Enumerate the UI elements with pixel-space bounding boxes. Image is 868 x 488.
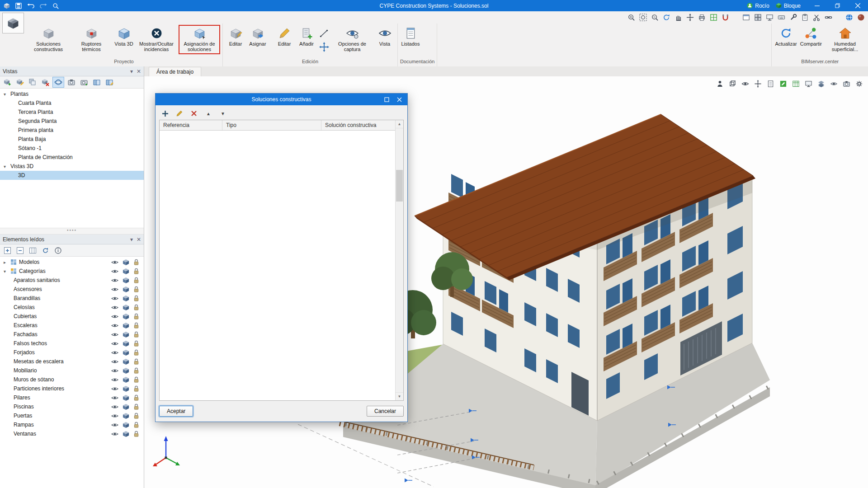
visibility-icon[interactable] — [829, 79, 838, 88]
solid-cube-icon[interactable] — [123, 277, 129, 284]
sheet-icon[interactable] — [766, 79, 775, 88]
pan-icon[interactable] — [674, 13, 683, 22]
lock-icon[interactable] — [133, 404, 139, 410]
listados-button[interactable]: Listados — [400, 25, 421, 48]
close-panel-icon[interactable]: ✕ — [137, 68, 141, 75]
info-icon[interactable] — [52, 245, 63, 255]
solid-cube-icon[interactable] — [123, 313, 129, 320]
category-row[interactable]: Mobiliario — [0, 366, 144, 375]
lock-icon[interactable] — [133, 431, 139, 437]
restore-button[interactable] — [827, 0, 848, 11]
opciones-de-captura-button[interactable]: Opciones de captura — [331, 25, 373, 54]
solid-cube-icon[interactable] — [123, 349, 129, 356]
views-book-edit-icon[interactable] — [104, 77, 115, 87]
tree-group-vistas3d[interactable]: ▾ Vistas 3D — [0, 162, 144, 171]
scissors-icon[interactable] — [812, 13, 821, 22]
save-icon[interactable] — [15, 3, 22, 9]
columns-icon[interactable] — [27, 245, 38, 255]
editar-modelo-button[interactable]: Editar — [225, 25, 246, 48]
solid-cube-icon[interactable] — [123, 413, 129, 419]
category-row[interactable]: Mesetas de escalera — [0, 357, 144, 366]
monitor-icon[interactable] — [765, 13, 774, 22]
solid-cube-icon[interactable] — [123, 268, 129, 275]
measure-line-icon[interactable] — [318, 28, 330, 39]
sync-icon[interactable] — [40, 245, 51, 255]
planta-item[interactable]: Planta Baja — [0, 135, 144, 144]
block-badge[interactable]: Bloque — [776, 3, 801, 9]
lock-icon[interactable] — [133, 349, 139, 356]
tree-group-categorias[interactable]: ▾ Categorías — [0, 267, 144, 276]
visibility-eye-icon[interactable] — [111, 305, 118, 310]
category-row[interactable]: Barandillas — [0, 294, 144, 303]
visibility-eye-icon[interactable] — [111, 269, 118, 274]
capture-view-icon[interactable] — [66, 77, 77, 87]
expand-all-icon[interactable] — [2, 245, 13, 255]
category-row[interactable]: Cubiertas — [0, 312, 144, 321]
lock-icon[interactable] — [133, 385, 139, 392]
column-tipo[interactable]: Tipo — [222, 120, 321, 130]
visibility-eye-icon[interactable] — [111, 386, 118, 391]
planta-item[interactable]: Planta de Cimentación — [0, 153, 144, 162]
category-row[interactable]: Fachadas — [0, 330, 144, 339]
category-row[interactable]: Escaleras — [0, 321, 144, 330]
app-menu-button[interactable] — [2, 13, 24, 33]
visibility-eye-icon[interactable] — [111, 404, 118, 409]
capture-settings-icon[interactable] — [79, 77, 90, 87]
edit-green-icon[interactable] — [778, 79, 788, 88]
solid-cube-icon[interactable] — [123, 304, 129, 311]
category-row[interactable]: Piscinas — [0, 402, 144, 411]
editar-button[interactable]: Editar — [274, 25, 295, 48]
tab-area-de-trabajo[interactable]: Área de trabajo — [149, 67, 201, 76]
category-row[interactable]: Forjados — [0, 348, 144, 357]
dialog-close-button[interactable] — [394, 95, 405, 104]
vista-button[interactable]: Vista — [374, 25, 395, 48]
keyboard-icon[interactable] — [777, 13, 786, 22]
redo-icon[interactable] — [40, 3, 47, 9]
globe-icon[interactable] — [844, 13, 854, 22]
collapse-all-icon[interactable] — [14, 245, 25, 255]
tree-group-plantas[interactable]: ▾ Plantas — [0, 89, 144, 99]
planta-item[interactable]: Segunda Planta — [0, 117, 144, 126]
collapse-panel-icon[interactable]: ▾ — [130, 236, 133, 243]
wire-cube-icon[interactable] — [728, 79, 737, 88]
solid-cube-icon[interactable] — [123, 259, 129, 266]
close-panel-icon[interactable]: ✕ — [137, 236, 141, 243]
visibility-eye-icon[interactable] — [111, 332, 118, 337]
move-up-icon[interactable]: ▲ — [203, 108, 213, 118]
actualizar-button[interactable]: Actualizar — [774, 25, 797, 48]
category-row[interactable]: Celosías — [0, 303, 144, 312]
new-window-icon[interactable] — [741, 13, 750, 22]
dialog-maximize-button[interactable] — [381, 95, 392, 104]
solid-cube-icon[interactable] — [123, 376, 129, 383]
category-row[interactable]: Particiones interiores — [0, 384, 144, 393]
solid-cube-icon[interactable] — [123, 322, 129, 329]
gear-icon[interactable] — [854, 79, 863, 88]
solid-cube-icon[interactable] — [123, 394, 129, 401]
aceptar-button[interactable]: Aceptar — [159, 406, 193, 417]
search-icon[interactable] — [52, 3, 59, 9]
print-icon[interactable] — [697, 13, 706, 22]
lock-icon[interactable] — [133, 259, 139, 266]
duplicate-view-icon[interactable] — [27, 77, 38, 87]
scroll-up-icon[interactable]: ▲ — [396, 120, 403, 128]
visibility-eye-icon[interactable] — [111, 395, 118, 400]
eye-icon[interactable] — [741, 79, 750, 88]
vista-3d-button[interactable]: Vista 3D — [113, 25, 134, 48]
planta-item[interactable]: Cuarta Planta — [0, 99, 144, 108]
solid-cube-icon[interactable] — [123, 358, 129, 365]
solid-cube-icon[interactable] — [123, 431, 129, 437]
lock-icon[interactable] — [133, 394, 139, 401]
table-green-icon[interactable] — [791, 79, 800, 88]
scrollbar-thumb[interactable] — [396, 170, 403, 202]
lock-icon[interactable] — [133, 358, 139, 365]
close-button[interactable] — [848, 0, 868, 11]
visibility-eye-icon[interactable] — [111, 278, 118, 283]
undo-icon[interactable] — [27, 3, 34, 9]
lock-icon[interactable] — [133, 304, 139, 311]
category-row[interactable]: Falsos techos — [0, 339, 144, 348]
layers-icon[interactable] — [816, 79, 826, 88]
visibility-eye-icon[interactable] — [111, 432, 118, 436]
move-view-icon[interactable] — [685, 13, 694, 22]
delete-row-icon[interactable] — [189, 108, 199, 118]
cancelar-button[interactable]: Cancelar — [367, 406, 404, 417]
